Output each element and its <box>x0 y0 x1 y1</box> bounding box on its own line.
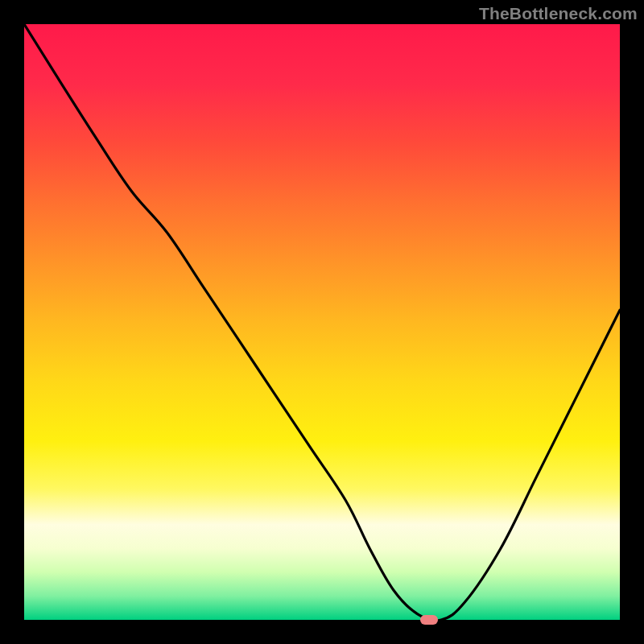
plot-gradient-background <box>24 24 620 620</box>
chart-container: TheBottleneck.com <box>0 0 644 644</box>
watermark-label: TheBottleneck.com <box>479 4 638 23</box>
